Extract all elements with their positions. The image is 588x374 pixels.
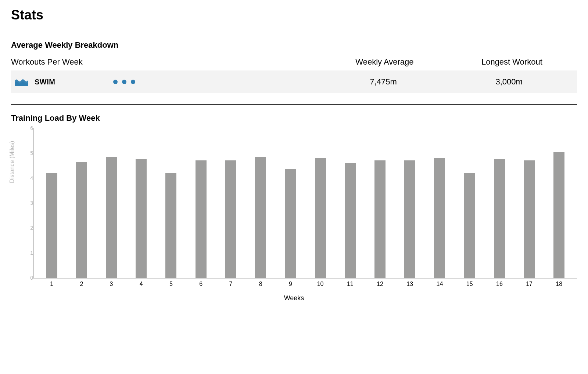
x-tick-label: 9: [289, 281, 292, 287]
bar-slot: 4: [126, 128, 156, 278]
col-header-workouts: Workouts Per Week: [11, 57, 322, 67]
bar: [553, 152, 564, 278]
bar-slot: 18: [544, 128, 574, 278]
x-tick-label: 16: [496, 281, 503, 287]
workout-dot: [122, 80, 126, 84]
weekly-avg-value: 7,475m: [322, 77, 445, 87]
x-tick-label: 2: [80, 281, 83, 287]
bar-slot: 3: [96, 128, 126, 278]
bar: [76, 162, 87, 278]
chart-plot-area: 0123456 123456789101112131415161718: [33, 128, 577, 279]
x-tick-label: 10: [317, 281, 324, 287]
bar-slot: 5: [156, 128, 186, 278]
x-tick-label: 14: [437, 281, 443, 287]
bar-slot: 8: [246, 128, 276, 278]
breakdown-section-title: Average Weekly Breakdown: [11, 40, 577, 50]
bar-slot: 7: [216, 128, 245, 278]
bar-slot: 13: [395, 128, 425, 278]
bar: [464, 173, 475, 278]
x-tick-label: 3: [110, 281, 113, 287]
bar-slot: 1: [37, 128, 67, 278]
bar: [46, 173, 57, 278]
bar: [106, 157, 117, 278]
bar: [285, 169, 296, 278]
x-tick-label: 6: [199, 281, 202, 287]
x-tick-label: 12: [377, 281, 383, 287]
workout-dot: [131, 80, 135, 84]
workout-dots: [113, 80, 135, 84]
y-tick-label: 0: [23, 275, 33, 281]
bar: [345, 163, 356, 278]
bar-slot: 9: [276, 128, 305, 278]
x-tick-label: 15: [466, 281, 473, 287]
bar-slot: 11: [335, 128, 365, 278]
bar: [315, 158, 326, 278]
bar: [196, 160, 207, 278]
x-tick-label: 5: [169, 281, 173, 287]
bar-slot: 16: [484, 128, 514, 278]
x-tick-label: 4: [140, 281, 143, 287]
y-tick-label: 4: [23, 175, 33, 181]
y-tick-label: 3: [23, 200, 33, 206]
bar-slot: 15: [455, 128, 484, 278]
x-tick-label: 17: [526, 281, 533, 287]
breakdown-row-swim: SWIM 7,475m 3,000m: [11, 70, 577, 93]
x-tick-label: 18: [556, 281, 562, 287]
swim-wave-icon: [15, 77, 28, 86]
longest-workout-value: 3,000m: [445, 77, 573, 87]
y-tick-label: 6: [23, 125, 33, 131]
workout-dot: [113, 80, 118, 84]
training-load-chart: Distance (Miles) 0123456 123456789101112…: [11, 128, 577, 301]
bar: [434, 158, 445, 278]
col-header-longest: Longest Workout: [447, 57, 577, 67]
bar-slot: 2: [67, 128, 96, 278]
chart-x-label: Weeks: [284, 294, 304, 302]
breakdown-header-row: Workouts Per Week Weekly Average Longest…: [11, 55, 577, 70]
x-tick-label: 8: [259, 281, 262, 287]
bar: [404, 160, 415, 278]
bar: [374, 160, 386, 278]
bar-slot: 14: [425, 128, 455, 278]
x-tick-label: 13: [406, 281, 413, 287]
y-tick-label: 1: [23, 250, 33, 256]
bar: [165, 173, 176, 278]
bar: [255, 157, 266, 278]
col-header-weekly-avg: Weekly Average: [322, 57, 447, 67]
section-divider: [11, 104, 577, 105]
x-tick-label: 11: [347, 281, 354, 287]
bar-slot: 12: [365, 128, 395, 278]
y-tick-label: 2: [23, 225, 33, 231]
load-section-title: Training Load By Week: [11, 113, 577, 123]
chart-y-label: Distance (Miles): [9, 141, 15, 183]
bar: [136, 159, 147, 278]
bar: [524, 160, 535, 278]
x-tick-label: 1: [50, 281, 53, 287]
bar: [225, 160, 236, 278]
activity-label: SWIM: [35, 78, 55, 86]
bar: [494, 159, 505, 278]
page-title: Stats: [11, 7, 577, 23]
y-tick-label: 5: [23, 150, 33, 156]
bar-slot: 10: [305, 128, 335, 278]
bar-slot: 6: [186, 128, 216, 278]
bar-slot: 17: [514, 128, 544, 278]
x-tick-label: 7: [229, 281, 232, 287]
